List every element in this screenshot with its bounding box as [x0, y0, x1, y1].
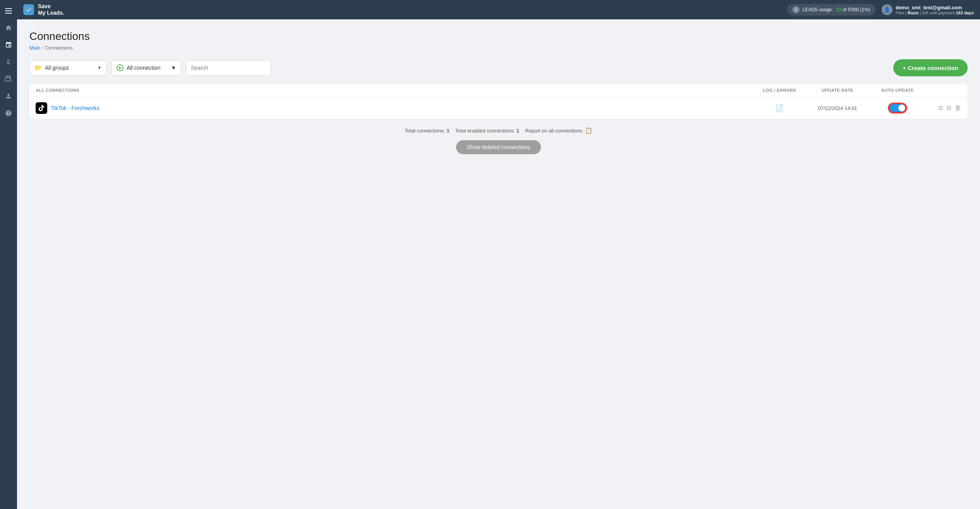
log-icon[interactable]: 📄 [775, 104, 784, 112]
sidebar-item-billing[interactable] [2, 55, 15, 69]
folder-icon: 📁 [34, 64, 42, 71]
connections-table: ALL CONNECTIONS LOG / ERRORS UPDATE DATE… [29, 84, 968, 119]
chevron-down-icon: ▼ [97, 65, 102, 71]
main-area: Save My Leads. i LEADS usage: 33 of 5'00… [17, 0, 980, 509]
logo-icon [23, 4, 34, 15]
col-all-connections: ALL CONNECTIONS [36, 88, 756, 93]
col-log-errors: LOG / ERRORS [756, 88, 803, 93]
search-input[interactable] [186, 60, 271, 76]
content: Connections Main / Connections 📁 All gro… [17, 19, 980, 509]
actions-cell: ⧉ ⚙ 🗑 [923, 104, 961, 112]
chevron-down-icon-2: ▼ [171, 65, 176, 71]
tiktok-logo [36, 102, 47, 114]
table-row: TikTok - Freshworks 📄 07/22/2024 14:01 ⧉… [29, 97, 968, 119]
copy-icon[interactable]: ⧉ [938, 104, 943, 112]
page-title: Connections [29, 30, 968, 43]
user-info[interactable]: 👤 demo_sml_test@gmail.com Plan | Basic |… [882, 4, 974, 15]
toolbar: 📁 All groups ▼ ▶ All connection ▼ + Crea… [29, 59, 968, 76]
update-date-cell: 07/22/2024 14:01 [803, 105, 872, 111]
leads-usage-label: LEADS usage: [803, 7, 833, 12]
total-connections-label: Total connections: [405, 128, 445, 134]
svg-rect-0 [5, 8, 12, 9]
user-plan: Plan | Basic | left until payment 163 da… [896, 10, 974, 15]
leads-usage-badge: i LEADS usage: 33 of 5'000 (1%) [787, 4, 875, 15]
total-enabled-label: Total enabled connections: [455, 128, 515, 134]
sidebar-item-connections[interactable] [2, 38, 15, 52]
groups-label: All groups [45, 65, 69, 71]
create-connection-button[interactable]: + Create connection [893, 59, 968, 76]
total-enabled-value: 1 [517, 128, 519, 134]
col-auto-update: AUTO UPDATE [872, 88, 923, 93]
settings-icon[interactable]: ⚙ [946, 104, 952, 112]
svg-rect-2 [5, 13, 12, 14]
auto-update-toggle[interactable] [889, 103, 906, 113]
footer-stats: Total connections: 1 Total enabled conne… [29, 127, 968, 134]
topbar-right: i LEADS usage: 33 of 5'000 (1%) 👤 demo_s… [787, 4, 974, 15]
topbar-left: Save My Leads. [23, 3, 64, 16]
user-email: demo_sml_test@gmail.com [896, 5, 974, 10]
sidebar-item-profile[interactable] [2, 89, 15, 103]
sidebar-item-menu[interactable] [2, 4, 15, 18]
sidebar-item-home[interactable] [2, 21, 15, 35]
show-deleted-button[interactable]: Show deleted connections [456, 140, 541, 154]
total-connections-value: 1 [446, 128, 449, 134]
table-header: ALL CONNECTIONS LOG / ERRORS UPDATE DATE… [29, 84, 968, 97]
report-icon[interactable]: 📋 [585, 127, 592, 134]
sidebar [0, 0, 17, 509]
breadcrumb: Main / Connections [29, 45, 968, 51]
connection-filter-dropdown[interactable]: ▶ All connection ▼ [112, 60, 181, 76]
user-details: demo_sml_test@gmail.com Plan | Basic | l… [896, 5, 974, 15]
avatar: 👤 [882, 4, 892, 15]
svg-rect-1 [5, 10, 12, 11]
connection-link[interactable]: TikTok - Freshworks [51, 105, 100, 111]
topbar: Save My Leads. i LEADS usage: 33 of 5'00… [17, 0, 980, 19]
connection-name-cell: TikTok - Freshworks [36, 102, 756, 114]
log-errors-cell: 📄 [756, 104, 803, 112]
connection-filter-label: All connection [127, 65, 160, 71]
breadcrumb-current: Connections [45, 45, 73, 51]
play-icon: ▶ [117, 64, 124, 71]
delete-icon[interactable]: 🗑 [955, 104, 961, 112]
sidebar-item-integrations[interactable] [2, 72, 15, 86]
leads-used: 33 of 5'000 (1%) [836, 7, 870, 12]
toggle-slider [889, 103, 906, 113]
groups-dropdown[interactable]: 📁 All groups ▼ [29, 60, 107, 76]
toggle-knob [898, 105, 905, 112]
report-label: Report on all connections: [525, 128, 583, 134]
sidebar-item-help[interactable] [2, 106, 15, 120]
info-icon: i [793, 6, 800, 13]
logo-text: Save My Leads. [38, 3, 64, 16]
auto-update-cell [872, 103, 923, 113]
col-update-date: UPDATE DATE [803, 88, 872, 93]
leads-of: of [843, 7, 848, 12]
breadcrumb-home[interactable]: Main [29, 45, 40, 51]
